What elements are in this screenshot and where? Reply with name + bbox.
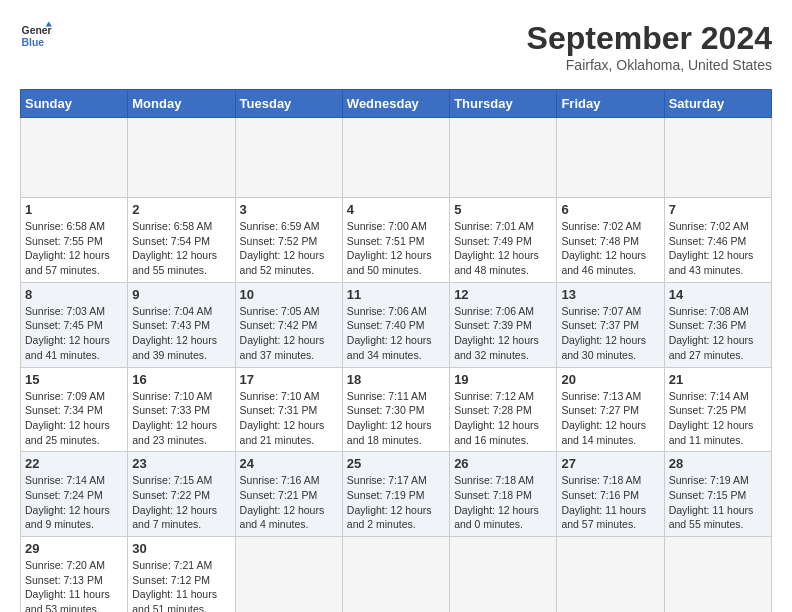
calendar-day-cell: 15 Sunrise: 7:09 AMSunset: 7:34 PMDaylig… — [21, 367, 128, 452]
day-number: 12 — [454, 287, 552, 302]
col-saturday: Saturday — [664, 90, 771, 118]
svg-marker-2 — [46, 22, 52, 27]
logo: General Blue — [20, 20, 52, 52]
day-number: 7 — [669, 202, 767, 217]
day-info: Sunrise: 7:02 AMSunset: 7:48 PMDaylight:… — [561, 219, 659, 278]
day-number: 28 — [669, 456, 767, 471]
calendar-day-cell: 9 Sunrise: 7:04 AMSunset: 7:43 PMDayligh… — [128, 282, 235, 367]
day-info: Sunrise: 7:06 AMSunset: 7:39 PMDaylight:… — [454, 304, 552, 363]
day-number: 22 — [25, 456, 123, 471]
calendar-week-row — [21, 118, 772, 198]
day-info: Sunrise: 7:02 AMSunset: 7:46 PMDaylight:… — [669, 219, 767, 278]
day-number: 27 — [561, 456, 659, 471]
day-number: 19 — [454, 372, 552, 387]
col-monday: Monday — [128, 90, 235, 118]
calendar-day-cell — [235, 537, 342, 613]
calendar-day-cell — [21, 118, 128, 198]
day-number: 26 — [454, 456, 552, 471]
day-number: 4 — [347, 202, 445, 217]
calendar-week-row: 29 Sunrise: 7:20 AMSunset: 7:13 PMDaylig… — [21, 537, 772, 613]
svg-text:Blue: Blue — [22, 37, 45, 48]
calendar-week-row: 15 Sunrise: 7:09 AMSunset: 7:34 PMDaylig… — [21, 367, 772, 452]
day-info: Sunrise: 7:01 AMSunset: 7:49 PMDaylight:… — [454, 219, 552, 278]
calendar-day-cell — [450, 537, 557, 613]
day-number: 14 — [669, 287, 767, 302]
day-number: 30 — [132, 541, 230, 556]
day-number: 21 — [669, 372, 767, 387]
col-tuesday: Tuesday — [235, 90, 342, 118]
day-number: 11 — [347, 287, 445, 302]
page-subtitle: Fairfax, Oklahoma, United States — [527, 57, 772, 73]
calendar-day-cell: 7 Sunrise: 7:02 AMSunset: 7:46 PMDayligh… — [664, 198, 771, 283]
day-info: Sunrise: 7:09 AMSunset: 7:34 PMDaylight:… — [25, 389, 123, 448]
calendar-day-cell: 20 Sunrise: 7:13 AMSunset: 7:27 PMDaylig… — [557, 367, 664, 452]
day-number: 20 — [561, 372, 659, 387]
calendar-day-cell — [664, 537, 771, 613]
calendar-day-cell — [557, 537, 664, 613]
day-info: Sunrise: 7:06 AMSunset: 7:40 PMDaylight:… — [347, 304, 445, 363]
calendar-day-cell — [342, 537, 449, 613]
day-number: 13 — [561, 287, 659, 302]
calendar-day-cell: 8 Sunrise: 7:03 AMSunset: 7:45 PMDayligh… — [21, 282, 128, 367]
day-info: Sunrise: 7:10 AMSunset: 7:33 PMDaylight:… — [132, 389, 230, 448]
day-info: Sunrise: 7:05 AMSunset: 7:42 PMDaylight:… — [240, 304, 338, 363]
day-info: Sunrise: 6:58 AMSunset: 7:54 PMDaylight:… — [132, 219, 230, 278]
day-number: 17 — [240, 372, 338, 387]
calendar-day-cell: 22 Sunrise: 7:14 AMSunset: 7:24 PMDaylig… — [21, 452, 128, 537]
day-info: Sunrise: 7:03 AMSunset: 7:45 PMDaylight:… — [25, 304, 123, 363]
calendar-day-cell: 2 Sunrise: 6:58 AMSunset: 7:54 PMDayligh… — [128, 198, 235, 283]
day-number: 8 — [25, 287, 123, 302]
day-info: Sunrise: 7:17 AMSunset: 7:19 PMDaylight:… — [347, 473, 445, 532]
page-header: General Blue September 2024 Fairfax, Okl… — [20, 20, 772, 73]
calendar-day-cell: 11 Sunrise: 7:06 AMSunset: 7:40 PMDaylig… — [342, 282, 449, 367]
calendar-day-cell: 14 Sunrise: 7:08 AMSunset: 7:36 PMDaylig… — [664, 282, 771, 367]
day-number: 25 — [347, 456, 445, 471]
day-info: Sunrise: 7:07 AMSunset: 7:37 PMDaylight:… — [561, 304, 659, 363]
calendar-day-cell — [557, 118, 664, 198]
day-info: Sunrise: 7:14 AMSunset: 7:25 PMDaylight:… — [669, 389, 767, 448]
col-friday: Friday — [557, 90, 664, 118]
col-thursday: Thursday — [450, 90, 557, 118]
calendar-day-cell: 30 Sunrise: 7:21 AMSunset: 7:12 PMDaylig… — [128, 537, 235, 613]
calendar-day-cell — [128, 118, 235, 198]
day-info: Sunrise: 7:13 AMSunset: 7:27 PMDaylight:… — [561, 389, 659, 448]
day-info: Sunrise: 7:12 AMSunset: 7:28 PMDaylight:… — [454, 389, 552, 448]
day-info: Sunrise: 7:19 AMSunset: 7:15 PMDaylight:… — [669, 473, 767, 532]
calendar-table: Sunday Monday Tuesday Wednesday Thursday… — [20, 89, 772, 612]
col-wednesday: Wednesday — [342, 90, 449, 118]
calendar-day-cell — [235, 118, 342, 198]
day-info: Sunrise: 7:18 AMSunset: 7:16 PMDaylight:… — [561, 473, 659, 532]
calendar-day-cell: 4 Sunrise: 7:00 AMSunset: 7:51 PMDayligh… — [342, 198, 449, 283]
day-number: 9 — [132, 287, 230, 302]
calendar-day-cell: 10 Sunrise: 7:05 AMSunset: 7:42 PMDaylig… — [235, 282, 342, 367]
col-sunday: Sunday — [21, 90, 128, 118]
calendar-day-cell: 6 Sunrise: 7:02 AMSunset: 7:48 PMDayligh… — [557, 198, 664, 283]
calendar-day-cell: 28 Sunrise: 7:19 AMSunset: 7:15 PMDaylig… — [664, 452, 771, 537]
calendar-day-cell: 5 Sunrise: 7:01 AMSunset: 7:49 PMDayligh… — [450, 198, 557, 283]
day-number: 10 — [240, 287, 338, 302]
calendar-day-cell: 25 Sunrise: 7:17 AMSunset: 7:19 PMDaylig… — [342, 452, 449, 537]
calendar-day-cell: 12 Sunrise: 7:06 AMSunset: 7:39 PMDaylig… — [450, 282, 557, 367]
calendar-day-cell: 23 Sunrise: 7:15 AMSunset: 7:22 PMDaylig… — [128, 452, 235, 537]
calendar-week-row: 8 Sunrise: 7:03 AMSunset: 7:45 PMDayligh… — [21, 282, 772, 367]
day-info: Sunrise: 7:16 AMSunset: 7:21 PMDaylight:… — [240, 473, 338, 532]
day-info: Sunrise: 7:15 AMSunset: 7:22 PMDaylight:… — [132, 473, 230, 532]
svg-text:General: General — [22, 25, 52, 36]
day-info: Sunrise: 7:11 AMSunset: 7:30 PMDaylight:… — [347, 389, 445, 448]
day-number: 1 — [25, 202, 123, 217]
day-info: Sunrise: 7:10 AMSunset: 7:31 PMDaylight:… — [240, 389, 338, 448]
day-number: 23 — [132, 456, 230, 471]
day-number: 24 — [240, 456, 338, 471]
day-info: Sunrise: 7:18 AMSunset: 7:18 PMDaylight:… — [454, 473, 552, 532]
calendar-day-cell: 3 Sunrise: 6:59 AMSunset: 7:52 PMDayligh… — [235, 198, 342, 283]
day-number: 3 — [240, 202, 338, 217]
calendar-day-cell: 17 Sunrise: 7:10 AMSunset: 7:31 PMDaylig… — [235, 367, 342, 452]
day-number: 29 — [25, 541, 123, 556]
day-info: Sunrise: 7:08 AMSunset: 7:36 PMDaylight:… — [669, 304, 767, 363]
day-number: 6 — [561, 202, 659, 217]
calendar-day-cell: 21 Sunrise: 7:14 AMSunset: 7:25 PMDaylig… — [664, 367, 771, 452]
calendar-day-cell: 16 Sunrise: 7:10 AMSunset: 7:33 PMDaylig… — [128, 367, 235, 452]
calendar-day-cell: 18 Sunrise: 7:11 AMSunset: 7:30 PMDaylig… — [342, 367, 449, 452]
day-info: Sunrise: 6:58 AMSunset: 7:55 PMDaylight:… — [25, 219, 123, 278]
calendar-day-cell — [342, 118, 449, 198]
